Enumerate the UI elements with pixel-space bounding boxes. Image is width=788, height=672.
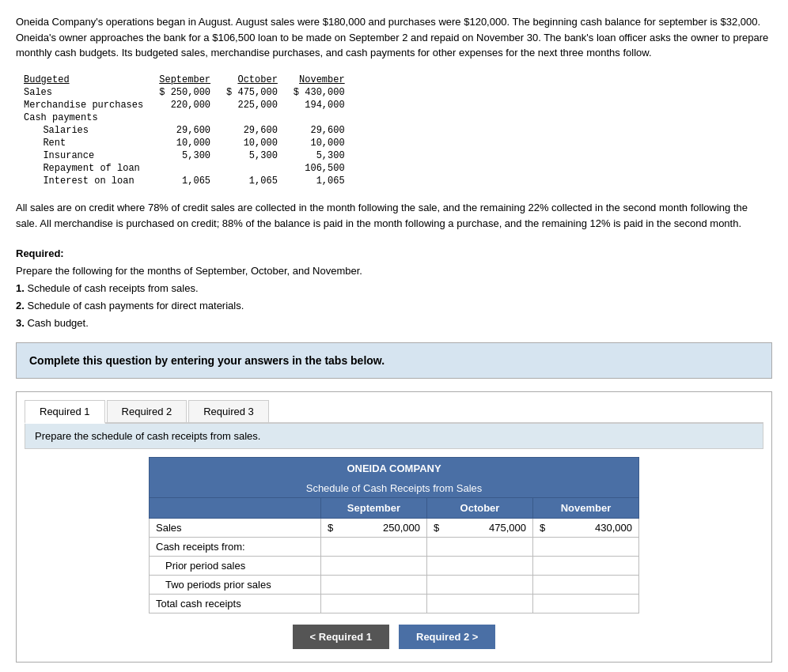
required-item-1: 1. Schedule of cash receipts from sales. bbox=[16, 280, 772, 297]
budget-sep-repayment bbox=[151, 162, 218, 175]
schedule-oct-prior-field[interactable] bbox=[434, 560, 526, 572]
budget-col-budgeted: Budgeted bbox=[16, 74, 151, 86]
nov-sales-value: 430,000 bbox=[595, 522, 632, 534]
budget-oct-sales: $ 475,000 bbox=[218, 86, 286, 99]
tab-content-header: Prepare the schedule of cash receipts fr… bbox=[25, 424, 763, 449]
budget-label-repayment: Repayment of loan bbox=[16, 162, 151, 175]
schedule-oct-total-input[interactable] bbox=[426, 594, 532, 613]
budget-table: Budgeted September October November Sale… bbox=[16, 74, 353, 187]
budget-oct-merchandise: 225,000 bbox=[218, 99, 286, 111]
schedule-label-sales: Sales bbox=[150, 518, 321, 537]
schedule-sep-two-periods-input[interactable] bbox=[320, 575, 426, 594]
tab-required-2[interactable]: Required 2 bbox=[107, 400, 188, 422]
outer-content-area: Required 1 Required 2 Required 3 Prepare… bbox=[16, 391, 772, 663]
budget-oct-interest: 1,065 bbox=[218, 175, 286, 187]
schedule-nov-total-input[interactable] bbox=[532, 594, 638, 613]
budget-label-insurance: Insurance bbox=[16, 149, 151, 162]
budget-nov-insurance: 5,300 bbox=[286, 149, 353, 162]
schedule-sep-sales: $ 250,000 bbox=[320, 518, 426, 537]
schedule-sep-two-periods-field[interactable] bbox=[328, 579, 420, 591]
budget-oct-rent: 10,000 bbox=[218, 137, 286, 149]
schedule-row-total: Total cash receipts bbox=[150, 594, 639, 613]
schedule-row-cash-receipts-label: Cash receipts from: bbox=[150, 537, 639, 556]
schedule-oct-sales: $ 475,000 bbox=[426, 518, 532, 537]
required-item-3: 3. Cash budget. bbox=[16, 315, 772, 332]
required-section: Required: Prepare the following for the … bbox=[16, 245, 772, 332]
schedule-sep-cash-receipts-empty bbox=[320, 537, 426, 556]
schedule-label-cash-receipts: Cash receipts from: bbox=[150, 537, 321, 556]
complete-box-text: Complete this question by entering your … bbox=[29, 354, 385, 367]
sep-dollar-sign: $ bbox=[328, 522, 333, 534]
schedule-nov-prior-field[interactable] bbox=[540, 560, 632, 572]
budget-oct-cash-payments bbox=[218, 111, 286, 124]
schedule-wrapper: ONEIDA COMPANY Schedule of Cash Receipts… bbox=[149, 457, 639, 613]
oct-sales-value: 475,000 bbox=[489, 522, 526, 534]
schedule-header-september: September bbox=[320, 497, 426, 518]
schedule-row-two-periods: Two periods prior sales bbox=[150, 575, 639, 594]
prev-button[interactable]: < Required 1 bbox=[293, 625, 389, 649]
budget-col-october: October bbox=[218, 74, 286, 86]
next-button-label: Required 2 > bbox=[416, 631, 478, 643]
nav-buttons: < Required 1 Required 2 > bbox=[25, 625, 763, 657]
schedule-label-total: Total cash receipts bbox=[150, 594, 321, 613]
budget-sep-insurance: 5,300 bbox=[151, 149, 218, 162]
schedule-nov-prior-input[interactable] bbox=[532, 556, 638, 575]
schedule-label-prior-period: Prior period sales bbox=[150, 556, 321, 575]
budget-oct-insurance: 5,300 bbox=[218, 149, 286, 162]
schedule-sep-total-field[interactable] bbox=[328, 598, 420, 610]
budget-nov-sales: $ 430,000 bbox=[286, 86, 353, 99]
schedule-row-sales: Sales $ 250,000 $ 475,000 bbox=[150, 518, 639, 537]
required-item-2: 2. Schedule of cash payments for direct … bbox=[16, 297, 772, 315]
budget-label-merchandise: Merchandise purchases bbox=[16, 99, 151, 111]
schedule-label-two-periods: Two periods prior sales bbox=[150, 575, 321, 594]
schedule-sep-total-input[interactable] bbox=[320, 594, 426, 613]
budget-label-salaries: Salaries bbox=[16, 124, 151, 137]
schedule-oct-two-periods-input[interactable] bbox=[426, 575, 532, 594]
schedule-sep-prior-field[interactable] bbox=[328, 560, 420, 572]
budget-sep-salaries: 29,600 bbox=[151, 124, 218, 137]
budget-nov-cash-payments bbox=[286, 111, 353, 124]
prev-button-label: < Required 1 bbox=[310, 631, 372, 643]
budget-label-rent: Rent bbox=[16, 137, 151, 149]
budget-label-sales: Sales bbox=[16, 86, 151, 99]
schedule-nov-total-field[interactable] bbox=[540, 598, 632, 610]
budget-nov-rent: 10,000 bbox=[286, 137, 353, 149]
required-instruction: Prepare the following for the months of … bbox=[16, 262, 772, 280]
schedule-sep-prior-input[interactable] bbox=[320, 556, 426, 575]
nov-dollar-sign: $ bbox=[540, 522, 545, 534]
intro-text: Oneida Company's operations began in Aug… bbox=[16, 14, 772, 61]
budget-sep-cash-payments bbox=[151, 111, 218, 124]
tab-required-3[interactable]: Required 3 bbox=[188, 400, 269, 422]
schedule-oct-cash-receipts-empty bbox=[426, 537, 532, 556]
tab-required-1[interactable]: Required 1 bbox=[25, 400, 105, 424]
budget-label-interest: Interest on loan bbox=[16, 175, 151, 187]
schedule-oct-prior-input[interactable] bbox=[426, 556, 532, 575]
next-button[interactable]: Required 2 > bbox=[399, 625, 495, 649]
schedule-header-empty bbox=[150, 497, 321, 518]
schedule-oct-two-periods-field[interactable] bbox=[434, 579, 526, 591]
budget-oct-repayment bbox=[218, 162, 286, 175]
schedule-header-november: November bbox=[532, 497, 638, 518]
budget-nov-salaries: 29,600 bbox=[286, 124, 353, 137]
schedule-nov-sales: $ 430,000 bbox=[532, 518, 638, 537]
budget-sep-interest: 1,065 bbox=[151, 175, 218, 187]
schedule-oct-total-field[interactable] bbox=[434, 598, 526, 610]
schedule-nov-two-periods-input[interactable] bbox=[532, 575, 638, 594]
schedule-table: September October November Sales $ 250,0… bbox=[149, 497, 639, 613]
schedule-header-october: October bbox=[426, 497, 532, 518]
secondary-text: All sales are on credit where 78% of cre… bbox=[16, 200, 772, 233]
budget-col-september: September bbox=[151, 74, 218, 86]
budget-nov-merchandise: 194,000 bbox=[286, 99, 353, 111]
schedule-row-prior-period: Prior period sales bbox=[150, 556, 639, 575]
sep-sales-value: 250,000 bbox=[383, 522, 420, 534]
budget-col-november: November bbox=[286, 74, 353, 86]
tabs-container: Required 1 Required 2 Required 3 bbox=[25, 400, 763, 424]
schedule-nov-two-periods-field[interactable] bbox=[540, 579, 632, 591]
schedule-nov-cash-receipts-empty bbox=[532, 537, 638, 556]
schedule-company-title: ONEIDA COMPANY bbox=[149, 457, 639, 479]
schedule-subtitle: Schedule of Cash Receipts from Sales bbox=[149, 479, 639, 497]
budget-nov-interest: 1,065 bbox=[286, 175, 353, 187]
budget-sep-merchandise: 220,000 bbox=[151, 99, 218, 111]
required-title: Required: bbox=[16, 247, 64, 259]
budget-nov-repayment: 106,500 bbox=[286, 162, 353, 175]
